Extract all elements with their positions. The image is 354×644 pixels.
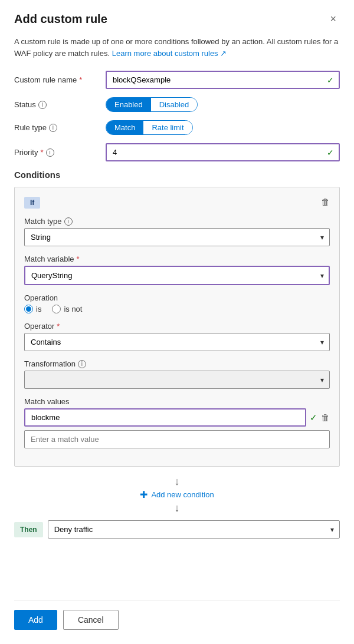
match-values-field: Match values ✓ 🗑 bbox=[24, 397, 330, 448]
add-condition-row: ↓ ✚ Add new condition ↓ bbox=[14, 476, 340, 513]
transformation-label: Transformation i bbox=[24, 359, 330, 368]
operation-is-option[interactable]: is bbox=[24, 305, 41, 313]
status-info-icon[interactable]: i bbox=[38, 101, 47, 109]
delete-condition-icon[interactable]: 🗑 bbox=[321, 197, 330, 207]
enter-match-value-input[interactable] bbox=[24, 430, 330, 448]
then-badge: Then bbox=[14, 522, 43, 537]
arrow-down-2-icon: ↓ bbox=[175, 503, 180, 513]
match-values-label: Match values bbox=[24, 397, 330, 406]
rule-type-toggle-group: Match Rate limit bbox=[106, 120, 193, 135]
condition-card: If 🗑 Match type i String IP Address Geo … bbox=[14, 187, 340, 467]
cancel-button[interactable]: Cancel bbox=[63, 610, 119, 630]
dialog-header: Add custom rule × bbox=[14, 12, 340, 27]
conditions-section: Conditions If 🗑 Match type i String IP A… bbox=[14, 170, 340, 553]
operator-select[interactable]: Contains Equals StartsWith EndsWith bbox=[24, 333, 330, 351]
transformation-field: Transformation i Lowercase Uppercase Tri… bbox=[24, 359, 330, 389]
operator-wrapper: Contains Equals StartsWith EndsWith ▾ bbox=[24, 333, 330, 351]
match-value-row: ✓ 🗑 bbox=[24, 408, 330, 427]
priority-control: ✓ bbox=[106, 143, 340, 161]
match-type-label: Match type i bbox=[24, 217, 330, 226]
close-button[interactable]: × bbox=[326, 12, 340, 27]
custom-rule-name-row: Custom rule name * ✓ bbox=[14, 71, 340, 89]
match-variable-label: Match variable * bbox=[24, 255, 330, 263]
check-icon: ✓ bbox=[327, 75, 334, 85]
learn-more-link[interactable]: Learn more about custom rules ↗ bbox=[112, 49, 227, 58]
add-button[interactable]: Add bbox=[14, 610, 57, 630]
operation-label: Operation bbox=[24, 293, 330, 302]
status-disabled-button[interactable]: Disabled bbox=[151, 98, 198, 111]
priority-check-icon: ✓ bbox=[327, 148, 334, 157]
operation-field: Operation is is not bbox=[24, 293, 330, 313]
operator-field: Operator * Contains Equals StartsWith En… bbox=[24, 322, 330, 351]
rule-type-label: Rule type i bbox=[14, 123, 106, 132]
status-toggle-group: Enabled Disabled bbox=[106, 97, 198, 112]
rule-type-row: Rule type i Match Rate limit bbox=[14, 120, 340, 135]
transformation-wrapper: Lowercase Uppercase Trim UrlDecode UrlEn… bbox=[24, 371, 330, 389]
priority-row: Priority * i ✓ bbox=[14, 143, 340, 161]
match-type-wrapper: String IP Address Geo ▾ bbox=[24, 228, 330, 246]
status-enabled-button[interactable]: Enabled bbox=[106, 98, 151, 111]
condition-card-header: If 🗑 bbox=[24, 197, 330, 217]
then-action-select[interactable]: Deny traffic Allow traffic Log bbox=[48, 520, 340, 539]
transformation-info-icon[interactable]: i bbox=[78, 360, 86, 368]
match-variable-select[interactable]: QueryString RequestUri RequestBody bbox=[24, 266, 330, 285]
add-condition-button[interactable]: ✚ Add new condition bbox=[135, 487, 218, 503]
priority-label: Priority * i bbox=[14, 148, 106, 157]
required-indicator: * bbox=[79, 75, 82, 84]
custom-rule-name-control: ✓ bbox=[106, 71, 340, 89]
then-row: Then Deny traffic Allow traffic Log ▾ bbox=[14, 520, 340, 539]
then-action-wrapper: Deny traffic Allow traffic Log ▾ bbox=[48, 520, 340, 539]
arrow-down-icon: ↓ bbox=[175, 476, 180, 487]
rule-type-rate-limit-button[interactable]: Rate limit bbox=[143, 121, 192, 134]
external-link-icon: ↗ bbox=[220, 49, 227, 58]
if-badge: If bbox=[24, 197, 40, 209]
status-control: Enabled Disabled bbox=[106, 97, 340, 112]
priority-info-icon[interactable]: i bbox=[46, 148, 54, 157]
match-type-field: Match type i String IP Address Geo ▾ bbox=[24, 217, 330, 246]
rule-type-info-icon[interactable]: i bbox=[49, 124, 57, 132]
conditions-title: Conditions bbox=[14, 170, 340, 180]
operator-label: Operator * bbox=[24, 322, 330, 331]
operation-radio-group: is is not bbox=[24, 305, 330, 313]
match-type-info-icon[interactable]: i bbox=[64, 217, 73, 226]
operation-isnot-option[interactable]: is not bbox=[52, 305, 82, 313]
priority-required-indicator: * bbox=[40, 148, 43, 157]
match-variable-required: * bbox=[77, 255, 80, 263]
match-variable-field: Match variable * QueryString RequestUri … bbox=[24, 255, 330, 285]
status-row: Status i Enabled Disabled bbox=[14, 97, 340, 112]
operator-required: * bbox=[57, 322, 60, 331]
operation-is-radio[interactable] bbox=[24, 305, 33, 313]
operation-isnot-radio[interactable] bbox=[52, 305, 61, 313]
custom-rule-name-input[interactable] bbox=[106, 71, 340, 89]
match-value-check-icon: ✓ bbox=[310, 412, 317, 423]
rule-type-match-button[interactable]: Match bbox=[106, 121, 143, 134]
custom-rule-name-label: Custom rule name * bbox=[14, 75, 106, 84]
match-value-input[interactable] bbox=[24, 408, 306, 427]
transformation-select[interactable]: Lowercase Uppercase Trim UrlDecode UrlEn… bbox=[24, 371, 330, 389]
priority-input[interactable] bbox=[106, 143, 340, 161]
status-label: Status i bbox=[14, 100, 106, 109]
match-value-delete-icon[interactable]: 🗑 bbox=[321, 412, 330, 422]
match-type-select[interactable]: String IP Address Geo bbox=[24, 228, 330, 246]
rule-type-control: Match Rate limit bbox=[106, 120, 340, 135]
footer-buttons: Add Cancel bbox=[14, 600, 340, 630]
dialog: Add custom rule × A custom rule is made … bbox=[0, 0, 354, 644]
description-text: A custom rule is made up of one or more … bbox=[14, 36, 340, 59]
match-variable-wrapper: QueryString RequestUri RequestBody ▾ bbox=[24, 266, 330, 285]
dialog-title: Add custom rule bbox=[14, 12, 107, 26]
plus-icon: ✚ bbox=[140, 489, 148, 500]
